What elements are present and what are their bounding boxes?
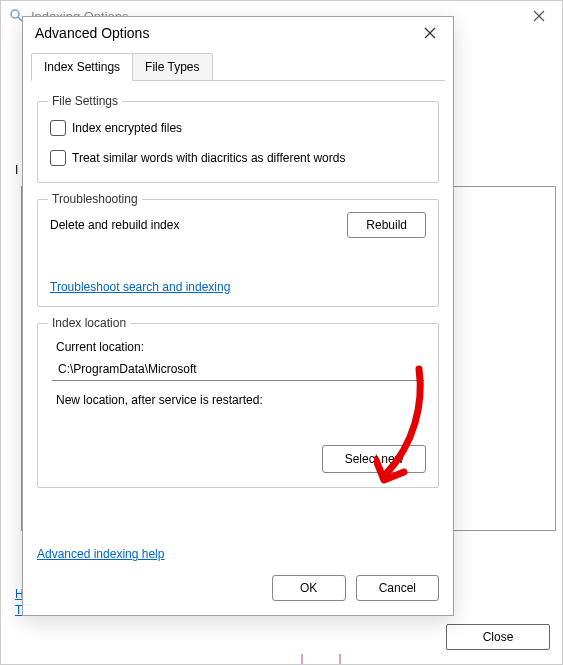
troubleshoot-link[interactable]: Troubleshoot search and indexing xyxy=(50,280,230,294)
current-location-value: C:\ProgramData\Microsoft xyxy=(56,358,424,380)
dialog-close-button[interactable] xyxy=(409,19,451,47)
file-settings-group: File Settings Index encrypted files Trea… xyxy=(37,101,439,183)
dialog-title: Advanced Options xyxy=(35,25,149,41)
select-new-button[interactable]: Select new xyxy=(322,445,426,473)
ok-button[interactable]: OK xyxy=(272,575,346,601)
new-location-label: New location, after service is restarted… xyxy=(56,393,426,407)
checkbox-label-diacritics: Treat similar words with diacritics as d… xyxy=(72,151,345,165)
advanced-options-dialog: Advanced Options Index Settings File Typ… xyxy=(22,16,454,616)
file-settings-legend: File Settings xyxy=(48,94,122,108)
rebuild-button[interactable]: Rebuild xyxy=(347,212,426,238)
cancel-button[interactable]: Cancel xyxy=(356,575,439,601)
close-button[interactable]: Close xyxy=(446,624,550,650)
tab-file-types[interactable]: File Types xyxy=(132,53,212,81)
dialog-titlebar: Advanced Options xyxy=(23,17,453,49)
index-location-legend: Index location xyxy=(48,316,130,330)
tab-body: File Settings Index encrypted files Trea… xyxy=(23,81,453,516)
checkbox-encrypted[interactable]: Index encrypted files xyxy=(50,120,426,136)
index-location-group: Index location Current location: C:\Prog… xyxy=(37,323,439,488)
dialog-buttons: OK Cancel xyxy=(272,575,439,601)
tab-index-settings[interactable]: Index Settings xyxy=(31,53,133,81)
current-location-field: C:\ProgramData\Microsoft xyxy=(52,358,424,381)
troubleshooting-group: Troubleshooting Delete and rebuild index… xyxy=(37,199,439,307)
svg-point-0 xyxy=(11,10,19,18)
current-location-label: Current location: xyxy=(56,340,426,354)
checkbox-label-encrypted: Index encrypted files xyxy=(72,121,182,135)
rebuild-text: Delete and rebuild index xyxy=(50,218,179,232)
troubleshooting-legend: Troubleshooting xyxy=(48,192,142,206)
bottom-marker xyxy=(301,654,341,664)
parent-left-label: I xyxy=(15,163,18,177)
tabs: Index Settings File Types xyxy=(31,53,445,81)
advanced-help-link[interactable]: Advanced indexing help xyxy=(37,547,164,561)
parent-close-button[interactable] xyxy=(516,1,562,31)
checkbox-diacritics[interactable]: Treat similar words with diacritics as d… xyxy=(50,150,426,166)
checkbox-icon xyxy=(50,150,66,166)
checkbox-icon xyxy=(50,120,66,136)
new-location-field xyxy=(50,411,426,437)
